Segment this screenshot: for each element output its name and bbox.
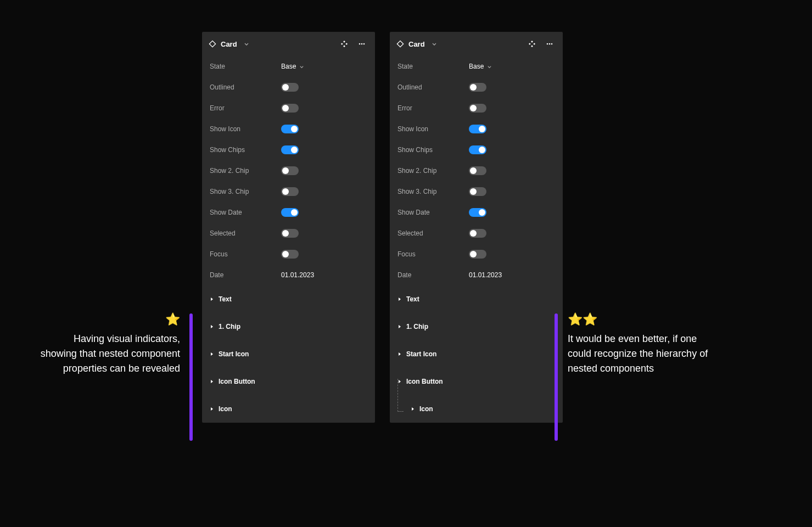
nested-label: 1. Chip	[219, 323, 240, 330]
prop-toggle-row: Show Date	[202, 202, 375, 223]
svg-rect-2	[343, 45, 345, 47]
prop-label: Show 3. Chip	[210, 188, 281, 195]
state-dropdown[interactable]: Base	[281, 63, 304, 70]
prop-date: Date 01.01.2023	[390, 265, 563, 285]
rating-stars: ⭐⭐	[568, 310, 721, 328]
toggle-switch[interactable]	[281, 104, 299, 113]
component-title: Card	[221, 40, 237, 48]
svg-point-13	[547, 43, 548, 45]
panel-header: Card	[202, 32, 375, 56]
toggle-switch[interactable]	[469, 104, 486, 113]
chevron-down-icon[interactable]	[244, 41, 249, 47]
toggle-switch[interactable]	[469, 125, 486, 133]
svg-point-6	[361, 43, 363, 45]
svg-rect-9	[531, 41, 533, 43]
prop-toggle-row: Error	[202, 98, 375, 119]
date-value[interactable]: 01.01.2023	[469, 271, 502, 279]
nested-component-row[interactable]: Start Icon	[390, 340, 563, 368]
toggle-switch[interactable]	[469, 208, 486, 217]
prop-label: Focus	[397, 250, 469, 258]
toggle-switch[interactable]	[469, 83, 486, 92]
caption-text: Having visual indicators, showing that n…	[41, 333, 180, 374]
prop-toggle-row: Selected	[202, 223, 375, 244]
nested-label: Icon Button	[406, 378, 443, 385]
more-icon[interactable]	[543, 37, 556, 51]
toggle-switch[interactable]	[281, 187, 299, 196]
properties-panel-right: Card State Base OutlinedErrorShow IconSh…	[390, 32, 563, 423]
prop-date: Date 01.01.2023	[202, 265, 375, 285]
prop-toggle-row: Show Chips	[202, 139, 375, 160]
properties-panel-left: Card State Base OutlinedErrorShow IconSh…	[202, 32, 375, 423]
toggle-switch[interactable]	[281, 166, 299, 175]
caret-right-icon	[210, 407, 214, 411]
svg-rect-1	[343, 41, 345, 43]
caret-right-icon	[210, 379, 214, 384]
caret-right-icon	[210, 297, 214, 301]
nested-label: Text	[406, 295, 419, 303]
svg-rect-3	[341, 43, 343, 45]
prop-label: Error	[397, 104, 469, 112]
panel-header: Card	[390, 32, 563, 56]
state-value: Base	[469, 63, 484, 70]
toggle-switch[interactable]	[281, 208, 299, 217]
prop-toggle-row: Show Icon	[390, 119, 563, 139]
prop-label: Selected	[210, 229, 281, 237]
toggle-switch[interactable]	[469, 250, 486, 259]
prop-label: State	[397, 63, 469, 70]
prop-label: Show Date	[397, 209, 469, 216]
caret-right-icon	[411, 407, 415, 411]
chevron-down-icon[interactable]	[432, 41, 437, 47]
nested-component-row[interactable]: 1. Chip	[390, 313, 563, 340]
toggle-switch[interactable]	[281, 229, 299, 238]
component-icon	[396, 40, 404, 48]
more-icon[interactable]	[355, 37, 368, 51]
state-dropdown[interactable]: Base	[469, 63, 492, 70]
nested-component-row[interactable]: Text	[390, 285, 563, 313]
toggle-switch[interactable]	[469, 166, 486, 175]
nested-component-row[interactable]: Icon	[390, 395, 563, 423]
toggle-switch[interactable]	[281, 125, 299, 133]
component-title: Card	[408, 40, 425, 48]
prop-toggle-row: Show Date	[390, 202, 563, 223]
caret-right-icon	[397, 324, 402, 329]
svg-rect-10	[531, 45, 533, 47]
expand-icon[interactable]	[525, 37, 539, 51]
prop-label: Show 2. Chip	[397, 167, 469, 175]
prop-label: Show Icon	[397, 125, 469, 133]
prop-label: Show Chips	[210, 146, 281, 154]
prop-label: State	[210, 63, 281, 70]
nested-component-row[interactable]: Icon Button	[202, 368, 375, 395]
prop-toggle-row: Focus	[202, 244, 375, 265]
caret-right-icon	[210, 324, 214, 329]
rating-stars: ⭐	[37, 310, 180, 328]
caret-right-icon	[397, 379, 402, 384]
prop-state: State Base	[202, 56, 375, 77]
toggle-switch[interactable]	[469, 145, 486, 154]
prop-label: Show 2. Chip	[210, 167, 281, 175]
nested-component-row[interactable]: Start Icon	[202, 340, 375, 368]
nested-label: Text	[219, 295, 232, 303]
prop-toggle-row: Focus	[390, 244, 563, 265]
caption-left: ⭐ Having visual indicators, showing that…	[37, 310, 180, 376]
prop-label: Date	[210, 271, 281, 279]
prop-toggle-row: Show 3. Chip	[390, 181, 563, 202]
nested-component-row[interactable]: Icon Button	[390, 368, 563, 395]
toggle-switch[interactable]	[469, 187, 486, 196]
nested-component-row[interactable]: 1. Chip	[202, 313, 375, 340]
prop-toggle-row: Show 3. Chip	[202, 181, 375, 202]
expand-icon[interactable]	[338, 37, 351, 51]
svg-point-7	[363, 43, 365, 45]
date-value[interactable]: 01.01.2023	[281, 271, 314, 279]
toggle-switch[interactable]	[469, 229, 486, 238]
prop-toggle-row: Show 2. Chip	[202, 160, 375, 181]
nested-component-row[interactable]: Icon	[202, 395, 375, 423]
toggle-switch[interactable]	[281, 145, 299, 154]
toggle-switch[interactable]	[281, 83, 299, 92]
indent-guide	[397, 379, 398, 412]
nested-component-row[interactable]: Text	[202, 285, 375, 313]
svg-point-15	[551, 43, 553, 45]
caret-right-icon	[210, 352, 214, 356]
svg-rect-12	[533, 43, 535, 45]
toggle-switch[interactable]	[281, 250, 299, 259]
prop-label: Show Chips	[397, 146, 469, 154]
